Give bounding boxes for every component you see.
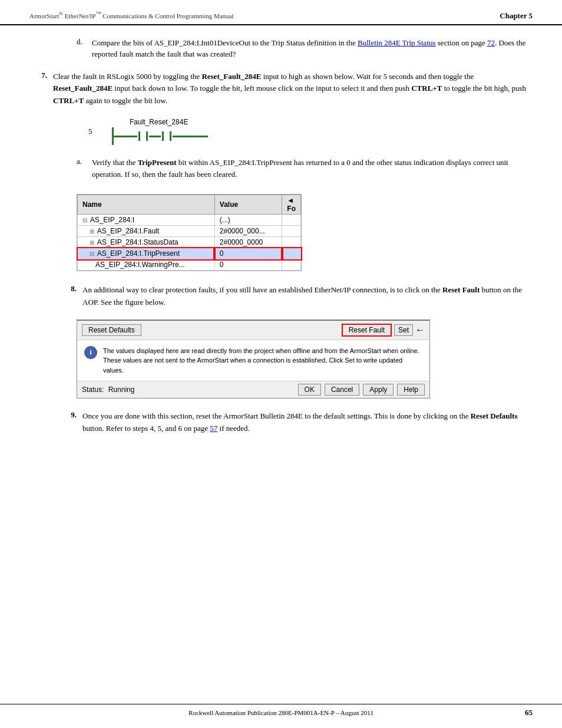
status-label: Status: bbox=[82, 386, 104, 394]
col-force: ◄ Fo bbox=[282, 195, 301, 215]
row-name: AS_EIP_284:I.WarningPre... bbox=[78, 259, 215, 271]
line-to-contact bbox=[114, 136, 137, 137]
row-force bbox=[282, 259, 301, 271]
aop-status: Status: Running bbox=[82, 386, 134, 394]
substep-a-text: Verify that the TripPresent bit within A… bbox=[92, 157, 533, 180]
col-value: Value bbox=[214, 195, 282, 215]
table-row: AS_EIP_284:I.WarningPre... 0 bbox=[78, 259, 301, 271]
step-d-letter: d. bbox=[77, 37, 87, 60]
row-name: ⊞ AS_EIP_284:I.Fault bbox=[78, 226, 215, 237]
ok-button[interactable]: OK bbox=[298, 384, 321, 396]
step-d: d. Compare the bits of AS_EIP_284:I.Int0… bbox=[29, 37, 533, 60]
aop-dialog: Reset Defaults Reset Fault Set ← i The v… bbox=[77, 319, 430, 399]
step-9-number: 9. bbox=[59, 410, 77, 435]
aop-body: i The values displayed here are read dir… bbox=[77, 340, 429, 381]
step-8: 8. An additional way to clear protection… bbox=[29, 284, 533, 309]
aop-toolbar: Reset Defaults Reset Fault Set ← bbox=[77, 321, 429, 340]
page: ArmorStart® EtherNet/IP™ Communications … bbox=[0, 0, 562, 728]
step-8-number: 8. bbox=[59, 284, 77, 309]
footer-page-number: 65 bbox=[525, 708, 533, 717]
footer-publication: Rockwell Automation Publication 280E-PM0… bbox=[29, 709, 533, 716]
reset-defaults-button[interactable]: Reset Defaults bbox=[82, 324, 141, 336]
row-force bbox=[282, 226, 301, 237]
ladder-rung bbox=[112, 127, 208, 145]
ladder-graphic: Fault_Reset_284E bbox=[112, 118, 208, 145]
aop-footer-buttons: OK Cancel Apply Help bbox=[298, 384, 425, 396]
reset-fault-button[interactable]: Reset Fault bbox=[342, 324, 392, 337]
page72-link[interactable]: 72 bbox=[487, 38, 495, 47]
step-7-number: 7. bbox=[29, 71, 47, 107]
header-title: ArmorStart® EtherNet/IP™ Communications … bbox=[29, 11, 234, 19]
ladder-diagram: 5 Fault_Reset_284E bbox=[88, 118, 533, 145]
help-button[interactable]: Help bbox=[397, 384, 425, 396]
row-name: ⊟ AS_EIP_284:I bbox=[78, 215, 215, 226]
main-content: d. Compare the bits of AS_EIP_284:I.Int0… bbox=[0, 25, 562, 481]
substep-a: a. Verify that the TripPresent bit withi… bbox=[29, 157, 533, 180]
status-table: Name Value ◄ Fo ⊟ AS_EIP_284:I (...) ⊞ A… bbox=[77, 195, 301, 271]
status-table-container: Name Value ◄ Fo ⊟ AS_EIP_284:I (...) ⊞ A… bbox=[77, 194, 302, 271]
header-chapter: Chapter 5 bbox=[500, 11, 533, 21]
apply-button[interactable]: Apply bbox=[363, 384, 394, 396]
ladder-rung-number: 5 bbox=[88, 127, 100, 136]
row-name: ⊞ AS_EIP_284:I.StatusData bbox=[78, 237, 215, 248]
line-right bbox=[173, 136, 208, 137]
row-name: ⊟ AS_EIP_284:I.TripPresent bbox=[78, 248, 215, 259]
info-icon: i bbox=[84, 346, 97, 359]
cancel-button[interactable]: Cancel bbox=[325, 384, 359, 396]
row-force bbox=[282, 248, 301, 259]
set-button[interactable]: Set bbox=[394, 324, 413, 336]
ladder-tag: Fault_Reset_284E bbox=[130, 118, 188, 126]
step-9: 9. Once you are done with this section, … bbox=[29, 410, 533, 435]
step-8-text: An additional way to clear protection fa… bbox=[82, 284, 533, 309]
page-header: ArmorStart® EtherNet/IP™ Communications … bbox=[0, 0, 562, 25]
row-value: (...) bbox=[214, 215, 282, 226]
row-value: 0 bbox=[214, 259, 282, 271]
table-row: ⊞ AS_EIP_284:I.Fault 2#0000_000... bbox=[78, 226, 301, 237]
row-value: 0 bbox=[214, 248, 282, 259]
line-mid bbox=[149, 136, 161, 137]
bulletin-link[interactable]: Bulletin 284E Trip Status bbox=[358, 38, 436, 47]
step-d-text: Compare the bits of AS_EIP_284:I.Int01De… bbox=[92, 37, 533, 60]
step-9-text: Once you are done with this section, res… bbox=[82, 410, 533, 435]
aop-footer: Status: Running OK Cancel Apply Help bbox=[77, 381, 429, 398]
contact bbox=[137, 130, 149, 143]
row-value: 2#0000_000... bbox=[214, 226, 282, 237]
row-force bbox=[282, 215, 301, 226]
step-7: 7. Clear the fault in RSLogix 5000 by to… bbox=[29, 71, 533, 107]
toolbar-arrow: ← bbox=[415, 325, 425, 335]
aop-info-text: The values displayed here are read direc… bbox=[103, 346, 422, 375]
col-name: Name bbox=[78, 195, 215, 215]
row-force bbox=[282, 237, 301, 248]
step-7-text: Clear the fault in RSLogix 5000 by toggl… bbox=[53, 71, 533, 107]
table-row: ⊞ AS_EIP_284:I.StatusData 2#0000_0000 bbox=[78, 237, 301, 248]
page57-link[interactable]: 57 bbox=[210, 424, 217, 433]
page-footer: Rockwell Automation Publication 280E-PM0… bbox=[0, 704, 562, 716]
row-value: 2#0000_0000 bbox=[214, 237, 282, 248]
coil bbox=[161, 130, 173, 143]
table-row-trip-present: ⊟ AS_EIP_284:I.TripPresent 0 bbox=[78, 248, 301, 259]
status-value: Running bbox=[108, 386, 135, 394]
table-row: ⊟ AS_EIP_284:I (...) bbox=[78, 215, 301, 226]
substep-a-letter: a. bbox=[77, 157, 87, 180]
